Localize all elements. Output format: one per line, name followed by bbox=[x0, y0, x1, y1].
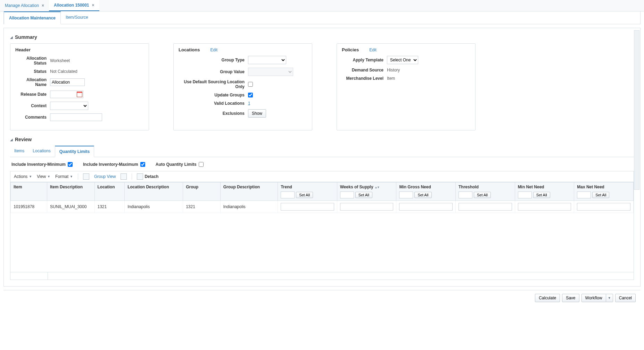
tab-item-source[interactable]: Item/Source bbox=[61, 11, 93, 24]
minnet-setall-button[interactable]: Set All bbox=[533, 192, 550, 198]
panel-title: Header bbox=[15, 47, 31, 52]
close-icon[interactable]: × bbox=[92, 3, 94, 8]
update-groups-checkbox[interactable] bbox=[248, 93, 253, 97]
use-default-sourcing-checkbox[interactable] bbox=[248, 82, 253, 87]
mingross-setall-input[interactable] bbox=[399, 191, 413, 198]
cell-location-desc: Indianapolis bbox=[125, 201, 183, 213]
actions-menu[interactable]: Actions▼ bbox=[14, 174, 32, 179]
threshold-setall-input[interactable] bbox=[459, 191, 472, 198]
threshold-input[interactable] bbox=[459, 203, 512, 211]
col-item-description[interactable]: Item Description bbox=[47, 182, 95, 201]
policies-panel: Policies Edit Apply Template Select One … bbox=[337, 43, 476, 130]
status-label: Status bbox=[15, 69, 50, 74]
collapse-icon[interactable]: ◢ bbox=[10, 35, 13, 39]
group-type-select[interactable] bbox=[248, 56, 286, 64]
col-group[interactable]: Group bbox=[183, 182, 221, 201]
auto-limits-checkbox[interactable] bbox=[199, 162, 204, 167]
maxnet-input[interactable] bbox=[577, 203, 630, 211]
context-select[interactable] bbox=[50, 102, 88, 110]
col-location-description[interactable]: Location Description bbox=[125, 182, 183, 201]
grid-footer bbox=[10, 272, 634, 280]
auto-quantity-limits[interactable]: Auto Quantity Limits bbox=[156, 162, 204, 167]
demand-source-label: Demand Source bbox=[342, 68, 387, 72]
allocation-status-label: Allocation Status bbox=[15, 56, 50, 66]
policies-edit-link[interactable]: Edit bbox=[369, 48, 377, 52]
col-max-net-need[interactable]: Max Net Need Set All bbox=[574, 182, 634, 201]
allocation-name-input[interactable] bbox=[50, 78, 85, 86]
cell-item-desc: SUNIL_MUAI_3000 bbox=[47, 201, 95, 213]
tab-items[interactable]: Items bbox=[10, 146, 28, 157]
wos-setall-button[interactable]: Set All bbox=[355, 192, 372, 198]
minnet-input[interactable] bbox=[518, 203, 571, 211]
minnet-setall-input[interactable] bbox=[518, 191, 532, 198]
sort-icon[interactable]: ▲▼ bbox=[374, 186, 379, 189]
calculate-button[interactable]: Calculate bbox=[535, 294, 560, 302]
threshold-setall-button[interactable]: Set All bbox=[474, 192, 491, 198]
wos-input[interactable] bbox=[340, 203, 394, 211]
col-min-net-need[interactable]: Min Net Need Set All bbox=[515, 182, 574, 201]
cancel-button[interactable]: Cancel bbox=[615, 294, 636, 302]
col-weeks-of-supply[interactable]: Weeks of Supply ▲▼ Set All bbox=[337, 182, 396, 201]
collapse-icon[interactable]: ◢ bbox=[10, 138, 13, 142]
col-trend[interactable]: Trend Set All bbox=[278, 182, 337, 201]
mingross-input[interactable] bbox=[399, 203, 453, 211]
cell-group-desc: Indianapolis bbox=[220, 201, 278, 213]
format-menu[interactable]: Format▼ bbox=[55, 174, 73, 179]
workflow-dropdown-icon[interactable]: ▼ bbox=[606, 294, 613, 302]
apply-template-select[interactable]: Select One bbox=[387, 56, 418, 64]
include-inventory-maximum[interactable]: Include Inventory-Maximum bbox=[83, 162, 145, 167]
maxnet-setall-button[interactable]: Set All bbox=[592, 192, 609, 198]
col-threshold[interactable]: Threshold Set All bbox=[456, 182, 515, 201]
cell-item: 101951878 bbox=[11, 201, 47, 213]
col-min-gross-need[interactable]: Min Gross Need Set All bbox=[396, 182, 456, 201]
calendar-icon[interactable] bbox=[77, 92, 82, 97]
vertical-scrollbar[interactable] bbox=[634, 30, 639, 190]
view-menu[interactable]: View▼ bbox=[37, 174, 50, 179]
col-group-description[interactable]: Group Description bbox=[220, 182, 278, 201]
trend-setall-button[interactable]: Set All bbox=[296, 192, 313, 198]
show-button[interactable]: Show bbox=[248, 109, 266, 118]
include-max-checkbox[interactable] bbox=[140, 162, 145, 167]
col-item[interactable]: Item bbox=[11, 182, 47, 201]
panel-title: Policies bbox=[342, 47, 359, 52]
cell-location: 1321 bbox=[94, 201, 125, 213]
maxnet-setall-input[interactable] bbox=[577, 191, 591, 198]
merch-level-label: Merchandise Level bbox=[342, 76, 387, 81]
workflow-button[interactable]: Workflow bbox=[581, 294, 606, 302]
group-view-link[interactable]: Group View bbox=[94, 174, 116, 179]
main-content: ◢ Summary Header Allocation Status Works… bbox=[3, 28, 641, 287]
tab-label: Allocation 150001 bbox=[54, 3, 89, 8]
cell-group: 1321 bbox=[183, 201, 221, 213]
apply-template-label: Apply Template bbox=[342, 58, 387, 62]
tab-label: Manage Allocation bbox=[5, 3, 39, 8]
tab-allocation-150001[interactable]: Allocation 150001 × bbox=[49, 0, 99, 11]
tab-allocation-maintenance[interactable]: Allocation Maintenance bbox=[4, 11, 61, 24]
col-location[interactable]: Location bbox=[94, 182, 125, 201]
valid-locations-link[interactable]: 1 bbox=[248, 101, 250, 106]
group-type-label: Group Type bbox=[179, 58, 248, 62]
grid-empty-space bbox=[10, 213, 634, 272]
tab-manage-allocation[interactable]: Manage Allocation × bbox=[0, 0, 49, 11]
wos-setall-input[interactable] bbox=[340, 191, 354, 198]
release-date-input[interactable] bbox=[51, 91, 75, 97]
review-header: ◢ Review bbox=[10, 137, 634, 142]
mingross-setall-button[interactable]: Set All bbox=[414, 192, 431, 198]
tab-quantity-limits[interactable]: Quantity Limits bbox=[55, 146, 94, 157]
trend-input[interactable] bbox=[281, 203, 334, 211]
tab-locations[interactable]: Locations bbox=[28, 146, 55, 157]
export-icon[interactable] bbox=[121, 173, 127, 180]
top-tabs: Manage Allocation × Allocation 150001 × bbox=[0, 0, 644, 11]
close-icon[interactable]: × bbox=[42, 3, 44, 8]
save-button[interactable]: Save bbox=[562, 294, 579, 302]
locations-edit-link[interactable]: Edit bbox=[210, 48, 217, 52]
table-row[interactable]: 101951878 SUNIL_MUAI_3000 1321 Indianapo… bbox=[11, 201, 634, 213]
include-inventory-minimum[interactable]: Include Inventory-Minimum bbox=[11, 162, 73, 167]
wrap-icon[interactable] bbox=[83, 173, 89, 180]
section-title: Summary bbox=[15, 34, 37, 40]
include-min-checkbox[interactable] bbox=[68, 162, 73, 167]
workflow-splitbutton[interactable]: Workflow ▼ bbox=[581, 294, 613, 302]
context-label: Context bbox=[15, 103, 50, 108]
detach-button[interactable]: Detach bbox=[137, 173, 158, 180]
comments-input[interactable] bbox=[50, 113, 102, 121]
trend-setall-input[interactable] bbox=[281, 191, 295, 198]
